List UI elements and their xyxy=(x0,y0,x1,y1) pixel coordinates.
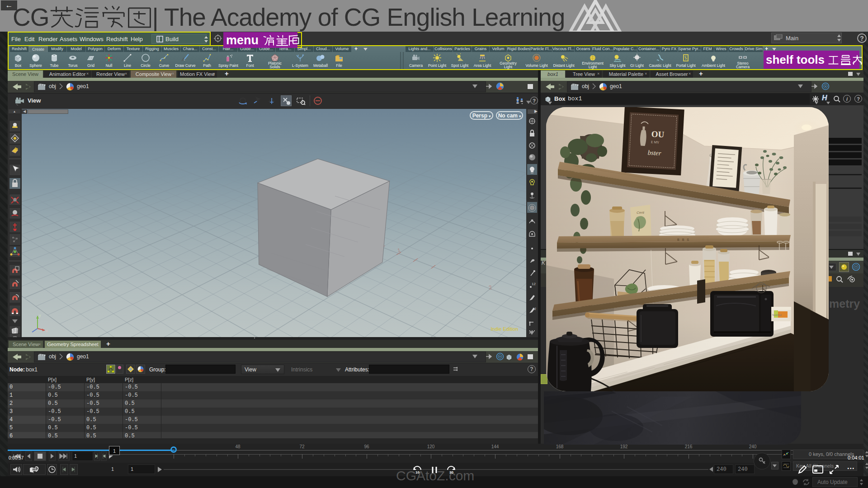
svg-text:30: 30 xyxy=(449,470,453,474)
svg-text:12: 12 xyxy=(533,307,536,310)
svg-text:12: 12 xyxy=(532,282,536,286)
svg-text:1: 1 xyxy=(397,247,401,253)
svg-text:x: x xyxy=(46,328,48,333)
svg-text:y: y xyxy=(39,313,41,318)
svg-text:10: 10 xyxy=(415,470,420,474)
